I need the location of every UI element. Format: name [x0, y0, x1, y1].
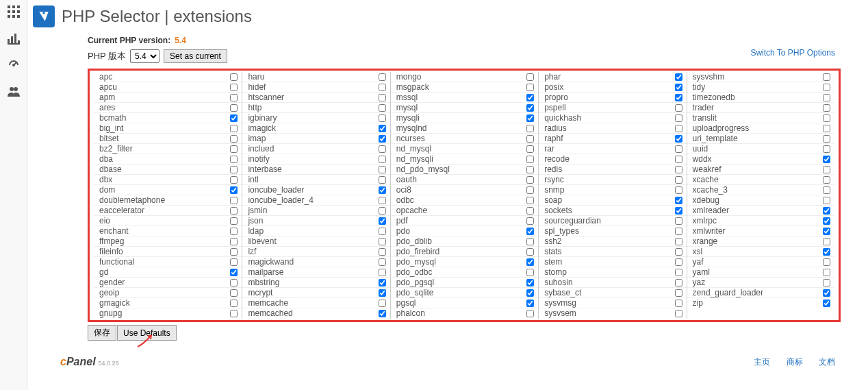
extension-checkbox[interactable] — [823, 279, 830, 287]
extension-checkbox[interactable] — [675, 166, 682, 173]
extension-checkbox[interactable] — [823, 186, 830, 194]
extension-checkbox[interactable] — [379, 145, 386, 153]
extension-checkbox[interactable] — [526, 279, 534, 287]
extension-checkbox[interactable] — [379, 166, 386, 173]
extension-checkbox[interactable] — [379, 176, 386, 184]
extension-checkbox[interactable] — [379, 73, 386, 81]
grid-icon[interactable] — [8, 5, 20, 20]
extension-checkbox[interactable] — [526, 289, 534, 297]
extension-checkbox[interactable] — [526, 310, 534, 317]
extension-checkbox[interactable] — [379, 84, 386, 91]
extension-checkbox[interactable] — [230, 94, 238, 101]
extension-checkbox[interactable] — [823, 125, 830, 132]
extension-checkbox[interactable] — [823, 207, 830, 215]
footer-link-trademark[interactable]: 商标 — [787, 357, 803, 367]
extension-checkbox[interactable] — [379, 217, 386, 225]
extension-checkbox[interactable] — [823, 176, 830, 184]
stats-icon[interactable] — [8, 32, 20, 47]
extension-checkbox[interactable] — [379, 300, 386, 307]
extension-checkbox[interactable] — [823, 217, 830, 225]
extension-checkbox[interactable] — [675, 84, 682, 91]
extension-checkbox[interactable] — [675, 94, 682, 101]
extension-checkbox[interactable] — [675, 248, 682, 256]
set-as-current-button[interactable]: Set as current — [164, 49, 227, 63]
extension-checkbox[interactable] — [823, 156, 830, 163]
extension-checkbox[interactable] — [230, 166, 238, 173]
footer-link-docs[interactable]: 文档 — [819, 357, 835, 367]
extension-checkbox[interactable] — [675, 300, 682, 307]
extension-checkbox[interactable] — [230, 207, 238, 215]
extension-checkbox[interactable] — [675, 114, 682, 122]
extension-checkbox[interactable] — [823, 114, 830, 122]
extension-checkbox[interactable] — [230, 156, 238, 163]
extension-checkbox[interactable] — [230, 279, 238, 287]
extension-checkbox[interactable] — [379, 228, 386, 235]
extension-checkbox[interactable] — [526, 217, 534, 225]
extension-checkbox[interactable] — [230, 125, 238, 132]
extension-checkbox[interactable] — [379, 104, 386, 112]
extension-checkbox[interactable] — [230, 145, 238, 153]
extension-checkbox[interactable] — [675, 104, 682, 112]
extension-checkbox[interactable] — [675, 186, 682, 194]
extension-checkbox[interactable] — [823, 197, 830, 204]
extension-checkbox[interactable] — [675, 207, 682, 215]
extension-checkbox[interactable] — [526, 166, 534, 173]
extension-checkbox[interactable] — [230, 269, 238, 276]
extension-checkbox[interactable] — [823, 94, 830, 101]
extension-checkbox[interactable] — [823, 73, 830, 81]
extension-checkbox[interactable] — [379, 197, 386, 204]
extension-checkbox[interactable] — [526, 197, 534, 204]
extension-checkbox[interactable] — [230, 248, 238, 256]
extension-checkbox[interactable] — [379, 94, 386, 101]
save-button[interactable]: 保存 — [88, 325, 116, 341]
extension-checkbox[interactable] — [379, 135, 386, 143]
extension-checkbox[interactable] — [526, 104, 534, 112]
extension-checkbox[interactable] — [675, 197, 682, 204]
extension-checkbox[interactable] — [230, 238, 238, 245]
extension-checkbox[interactable] — [526, 269, 534, 276]
extension-checkbox[interactable] — [379, 289, 386, 297]
extension-checkbox[interactable] — [230, 114, 238, 122]
extension-checkbox[interactable] — [526, 300, 534, 307]
extension-checkbox[interactable] — [230, 84, 238, 91]
extension-checkbox[interactable] — [823, 238, 830, 245]
extension-checkbox[interactable] — [230, 258, 238, 266]
extension-checkbox[interactable] — [526, 73, 534, 81]
extension-checkbox[interactable] — [675, 176, 682, 184]
extension-checkbox[interactable] — [230, 310, 238, 317]
extension-checkbox[interactable] — [823, 104, 830, 112]
extension-checkbox[interactable] — [379, 207, 386, 215]
extension-checkbox[interactable] — [823, 248, 830, 256]
extension-checkbox[interactable] — [379, 269, 386, 276]
extension-checkbox[interactable] — [526, 145, 534, 153]
extension-checkbox[interactable] — [675, 145, 682, 153]
extension-checkbox[interactable] — [379, 258, 386, 266]
extension-checkbox[interactable] — [230, 197, 238, 204]
extension-checkbox[interactable] — [230, 289, 238, 297]
extension-checkbox[interactable] — [379, 114, 386, 122]
extension-checkbox[interactable] — [675, 156, 682, 163]
extension-checkbox[interactable] — [526, 125, 534, 132]
extension-checkbox[interactable] — [526, 156, 534, 163]
extension-checkbox[interactable] — [675, 73, 682, 81]
extension-checkbox[interactable] — [230, 217, 238, 225]
extension-checkbox[interactable] — [230, 135, 238, 143]
extension-checkbox[interactable] — [526, 94, 534, 101]
extension-checkbox[interactable] — [675, 238, 682, 245]
extension-checkbox[interactable] — [675, 279, 682, 287]
extension-checkbox[interactable] — [526, 248, 534, 256]
extension-checkbox[interactable] — [526, 207, 534, 215]
extension-checkbox[interactable] — [823, 269, 830, 276]
extension-checkbox[interactable] — [379, 248, 386, 256]
extension-checkbox[interactable] — [675, 289, 682, 297]
extension-checkbox[interactable] — [379, 125, 386, 132]
extension-checkbox[interactable] — [526, 135, 534, 143]
extension-checkbox[interactable] — [230, 300, 238, 307]
extension-checkbox[interactable] — [526, 84, 534, 91]
extension-checkbox[interactable] — [526, 176, 534, 184]
switch-to-options-link[interactable]: Switch To PHP Options — [750, 48, 835, 58]
extension-checkbox[interactable] — [379, 186, 386, 194]
extension-checkbox[interactable] — [379, 156, 386, 163]
extension-checkbox[interactable] — [823, 228, 830, 235]
extension-checkbox[interactable] — [675, 217, 682, 225]
